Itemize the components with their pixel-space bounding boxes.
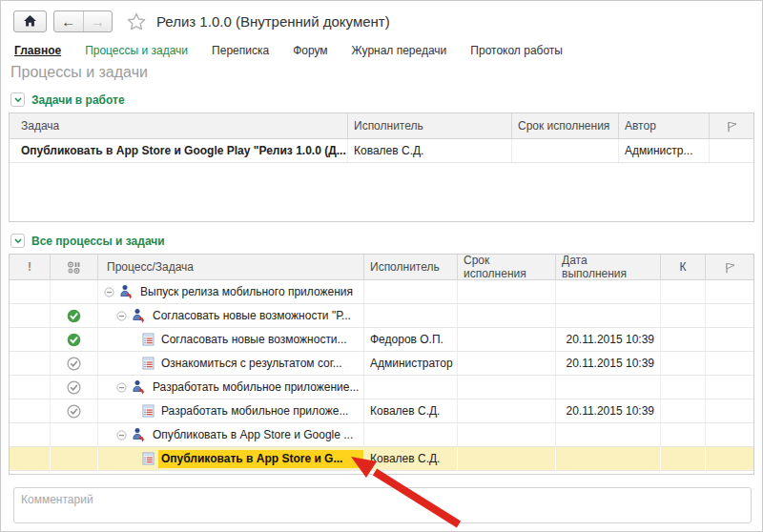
executor-cell: Ковалев С.Д. [364,447,458,470]
check-done-gray-icon [67,404,81,419]
column-header-due[interactable]: Срок исполнения [458,255,556,279]
status-cell [51,399,98,422]
process-icon [131,427,146,442]
back-button[interactable]: ← [54,11,83,31]
column-header-status[interactable] [51,255,98,279]
tab-protokol-raboty[interactable]: Протокол работы [470,44,563,57]
k-cell [661,399,706,422]
task-cell: Разработать мобильное приложе... [98,399,364,422]
tab-forum[interactable]: Форум [293,44,327,57]
task-row[interactable]: Разработать мобильное приложе... Ковалев… [10,399,753,423]
check-done-gray-icon [67,380,81,395]
task-cell: Опубликовать в App Store и G... [98,447,364,470]
importance-cell [10,423,51,446]
k-cell [661,423,706,446]
page-title: Процессы и задачи [10,64,762,81]
completed-cell [556,304,661,327]
collapse-button[interactable] [10,92,25,107]
collapse-minus-icon[interactable] [116,382,127,393]
flag-cell [706,376,753,399]
process-cell: Согласовать новые возможности "Р... [98,304,364,327]
task-icon [142,333,155,346]
column-header-importance[interactable]: ! [10,255,51,279]
nav-buttons: ← → [53,10,113,32]
task-row-selected[interactable]: Опубликовать в App Store и G... Ковалев … [10,447,753,471]
column-header-author[interactable]: Автор [619,113,710,138]
task-cell: Согласовать новые возможности... [98,328,364,351]
completed-cell: 20.11.2015 10:39 [556,352,661,375]
column-header-flag[interactable] [710,113,753,138]
process-row[interactable]: Опубликовать в App Store и Google ... [10,423,753,447]
group-tasks-in-progress[interactable]: Задачи в работе [10,92,762,107]
process-row[interactable]: Разработать мобильное приложение... [10,376,753,399]
task-executor: Ковалев С.Д. [348,139,512,162]
process-icon [131,308,146,323]
favorite-star-icon[interactable] [127,12,146,31]
forward-button[interactable]: → [84,11,113,31]
process-row[interactable]: Согласовать новые возможности "Р... [10,304,753,328]
comment-input[interactable] [13,487,752,523]
collapse-minus-icon[interactable] [104,287,114,297]
completed-cell: 20.11.2015 10:39 [556,328,661,351]
collapse-minus-icon[interactable] [116,311,127,321]
process-row[interactable]: Выпуск релиза мобильного приложения [10,280,753,304]
process-icon [131,379,146,395]
tab-glavnoe[interactable]: Главное [14,44,61,57]
status-cell [51,280,98,303]
task-icon [142,357,155,370]
k-cell [661,352,706,375]
status-cell [51,328,98,351]
flag-cell [706,352,753,375]
check-done-gray-icon [67,357,81,371]
check-done-green-icon [67,333,81,347]
task-name: Опубликовать в App Store и Google Play "… [10,139,348,162]
process-label: Опубликовать в App Store и Google ... [150,428,356,441]
column-header-k[interactable]: К [661,255,706,279]
tab-processy-i-zadachi[interactable]: Процессы и задачи [85,44,188,57]
column-header-due[interactable]: Срок исполнения [512,113,619,138]
check-done-green-icon [67,309,81,323]
importance-cell [10,399,51,422]
task-label-selected: Опубликовать в App Store и G... [158,450,363,468]
process-icon [118,284,134,299]
due-cell [458,328,556,351]
task-row[interactable]: Согласовать новые возможности... Федоров… [10,328,753,352]
flag-icon [724,261,736,274]
all-processes-table: ! Процесс/Задача Исполнитель Срок исполн… [9,254,754,475]
collapse-button[interactable] [10,234,25,248]
executor-cell [364,280,458,303]
task-icon [142,404,155,418]
tab-perepiska[interactable]: Переписка [212,44,269,57]
completed-cell [556,280,661,303]
column-header-executor[interactable]: Исполнитель [348,113,512,138]
empty-table-area [10,163,753,221]
k-cell [661,376,706,399]
toolbar: ← → Релиз 1.0.0 (Внутренний документ) [13,10,762,32]
collapse-minus-icon[interactable] [116,430,127,440]
task-row[interactable]: Ознакомиться с результатом сог... Админи… [10,352,753,376]
executor-cell: Ковалев С.Д. [364,399,458,422]
process-label: Выпуск релиза мобильного приложения [137,285,356,298]
completed-cell [556,376,661,399]
process-cell: Выпуск релиза мобильного приложения [98,280,364,303]
column-header-task[interactable]: Задача [10,113,348,138]
tab-zhurnal-peredachi[interactable]: Журнал передачи [352,44,447,57]
column-header-completed[interactable]: Дата выполнения [556,255,661,279]
completed-cell [556,423,661,446]
chevron-down-icon [13,236,23,245]
due-cell [458,399,556,422]
due-cell [458,304,556,327]
column-header-flag[interactable] [706,255,753,279]
executor-cell: Администратор [364,352,458,375]
group-all-processes[interactable]: Все процессы и задачи [10,234,762,248]
group-title: Задачи в работе [31,93,125,107]
home-button[interactable] [13,10,47,32]
executor-cell [364,304,458,327]
flag-cell [706,304,753,327]
column-header-process-task[interactable]: Процесс/Задача [98,255,364,279]
column-header-executor[interactable]: Исполнитель [364,255,458,279]
task-flag [710,139,753,162]
table-row[interactable]: Опубликовать в App Store и Google Play "… [10,139,753,163]
status-cell [51,376,98,399]
due-cell [458,447,556,470]
